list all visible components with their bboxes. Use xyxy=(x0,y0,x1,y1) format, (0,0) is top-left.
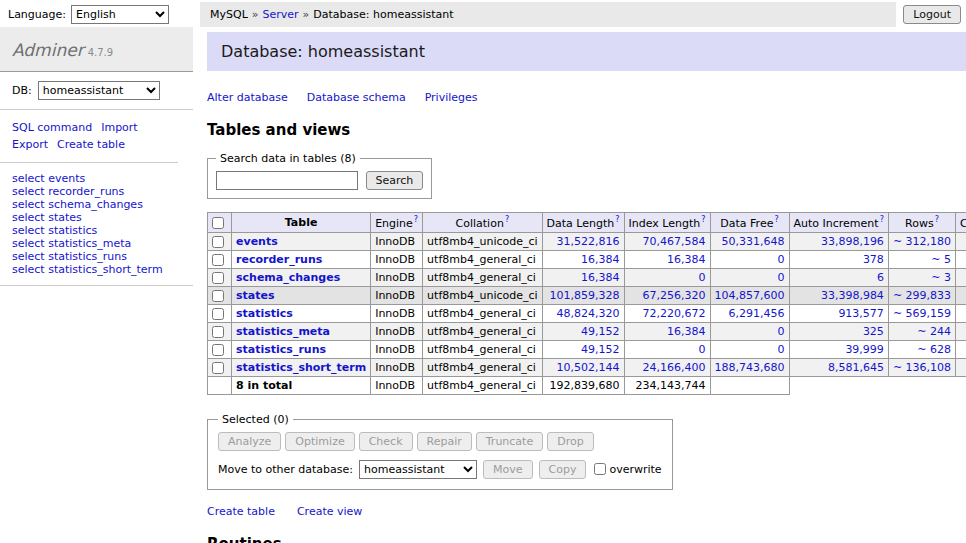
rows-link[interactable]: ~ 569,159 xyxy=(893,307,951,320)
check-button[interactable]: Check xyxy=(359,432,413,451)
row-checkbox[interactable] xyxy=(212,236,224,248)
sidebar-link-import[interactable]: Import xyxy=(101,119,138,136)
auto-increment-link[interactable]: 33,398,984 xyxy=(821,289,884,302)
data-length-link[interactable]: 48,824,320 xyxy=(557,307,620,320)
nav-link-alter-database[interactable]: Alter database xyxy=(207,91,288,104)
column-help-link[interactable]: ? xyxy=(414,215,418,224)
rows-link[interactable]: ~ 312,180 xyxy=(893,235,951,248)
index-length-cell: 67,256,320 xyxy=(624,286,710,304)
column-help-link[interactable]: ? xyxy=(701,215,705,224)
rows-link[interactable]: ~ 628 xyxy=(917,343,951,356)
column-header-table: Table xyxy=(232,213,371,233)
sidebar-select-states[interactable]: select states xyxy=(12,211,181,224)
auto-increment-link[interactable]: 913,577 xyxy=(838,307,884,320)
sidebar-select-statistics-meta[interactable]: select statistics_meta xyxy=(12,237,181,250)
row-checkbox[interactable] xyxy=(212,362,224,374)
data-length-link[interactable]: 16,384 xyxy=(581,271,620,284)
row-checkbox[interactable] xyxy=(212,344,224,356)
footer-link-create-table[interactable]: Create table xyxy=(207,505,275,518)
drop-button[interactable]: Drop xyxy=(547,432,593,451)
data-length-link[interactable]: 31,522,816 xyxy=(557,235,620,248)
index-length-link[interactable]: 0 xyxy=(699,343,706,356)
sidebar-select-statistics-short-term[interactable]: select statistics_short_term xyxy=(12,263,181,276)
column-help-link[interactable]: ? xyxy=(615,215,619,224)
truncate-button[interactable]: Truncate xyxy=(476,432,543,451)
sidebar-link-create-table[interactable]: Create table xyxy=(57,136,125,153)
table-name-link[interactable]: statistics_short_term xyxy=(236,361,366,374)
data-length-link[interactable]: 49,152 xyxy=(581,343,620,356)
sidebar-link-export[interactable]: Export xyxy=(12,136,48,153)
row-checkbox[interactable] xyxy=(212,326,224,338)
row-checkbox[interactable] xyxy=(212,290,224,302)
index-length-link[interactable]: 16,384 xyxy=(667,253,706,266)
auto-increment-link[interactable]: 8,581,645 xyxy=(828,361,884,374)
repair-button[interactable]: Repair xyxy=(417,432,472,451)
auto-increment-link[interactable]: 6 xyxy=(877,271,884,284)
row-checkbox[interactable] xyxy=(212,272,224,284)
sidebar-select-statistics[interactable]: select statistics xyxy=(12,224,181,237)
rows-link[interactable]: ~ 244 xyxy=(917,325,951,338)
select-all-checkbox[interactable] xyxy=(212,217,224,229)
search-button[interactable]: Search xyxy=(366,171,424,190)
auto-increment-link[interactable]: 39,999 xyxy=(845,343,884,356)
analyze-button[interactable]: Analyze xyxy=(218,432,281,451)
column-help-link[interactable]: ? xyxy=(880,215,884,224)
language-select[interactable]: English xyxy=(71,5,169,24)
logout-button[interactable]: Logout xyxy=(903,5,961,24)
move-db-select[interactable]: homeassistant xyxy=(359,460,477,479)
data-length-link[interactable]: 16,384 xyxy=(581,253,620,266)
data-length-link[interactable]: 101,859,328 xyxy=(550,289,620,302)
data-free-link[interactable]: 50,331,648 xyxy=(722,235,785,248)
data-length-link[interactable]: 10,502,144 xyxy=(557,361,620,374)
db-select[interactable]: homeassistant xyxy=(38,81,160,100)
copy-button[interactable]: Copy xyxy=(539,460,587,479)
move-button[interactable]: Move xyxy=(483,460,533,479)
index-length-link[interactable]: 67,256,320 xyxy=(643,289,706,302)
rows-link[interactable]: ~ 299,833 xyxy=(893,289,951,302)
data-free-link[interactable]: 0 xyxy=(778,343,785,356)
data-free-link[interactable]: 6,291,456 xyxy=(729,307,785,320)
row-checkbox[interactable] xyxy=(212,308,224,320)
overwrite-checkbox[interactable] xyxy=(594,463,606,475)
table-name-link[interactable]: statistics xyxy=(236,307,293,320)
index-length-link[interactable]: 0 xyxy=(699,271,706,284)
table-name-link[interactable]: statistics_meta xyxy=(236,325,330,338)
search-input[interactable] xyxy=(216,171,358,190)
data-free-link[interactable]: 104,857,600 xyxy=(715,289,785,302)
nav-link-privileges[interactable]: Privileges xyxy=(425,91,478,104)
table-name-link[interactable]: states xyxy=(236,289,275,302)
rows-link[interactable]: ~ 3 xyxy=(931,271,951,284)
sidebar-select-statistics-runs[interactable]: select statistics_runs xyxy=(12,250,181,263)
rows-link[interactable]: ~ 136,108 xyxy=(893,361,951,374)
sidebar-select-recorder-runs[interactable]: select recorder_runs xyxy=(12,185,181,198)
sidebar-select-events[interactable]: select events xyxy=(12,172,181,185)
column-help-link[interactable]: ? xyxy=(935,215,939,224)
optimize-button[interactable]: Optimize xyxy=(285,432,354,451)
column-help-link[interactable]: ? xyxy=(505,215,509,224)
table-name-link[interactable]: statistics_runs xyxy=(236,343,326,356)
overwrite-option[interactable]: overwrite xyxy=(594,463,661,476)
sidebar-link-sql-command[interactable]: SQL command xyxy=(12,119,92,136)
footer-link-create-view[interactable]: Create view xyxy=(297,505,362,518)
index-length-link[interactable]: 16,384 xyxy=(667,325,706,338)
auto-increment-link[interactable]: 325 xyxy=(863,325,884,338)
row-checkbox[interactable] xyxy=(212,254,224,266)
breadcrumb-link-server[interactable]: Server xyxy=(263,8,299,21)
index-length-link[interactable]: 24,166,400 xyxy=(643,361,706,374)
data-free-link[interactable]: 0 xyxy=(778,325,785,338)
nav-link-database-schema[interactable]: Database schema xyxy=(307,91,406,104)
data-length-link[interactable]: 49,152 xyxy=(581,325,620,338)
data-free-link[interactable]: 188,743,680 xyxy=(715,361,785,374)
auto-increment-link[interactable]: 378 xyxy=(863,253,884,266)
table-name-link[interactable]: schema_changes xyxy=(236,271,340,284)
data-free-link[interactable]: 0 xyxy=(778,271,785,284)
sidebar-select-schema-changes[interactable]: select schema_changes xyxy=(12,198,181,211)
column-help-link[interactable]: ? xyxy=(774,215,778,224)
table-name-link[interactable]: recorder_runs xyxy=(236,253,322,266)
index-length-link[interactable]: 70,467,584 xyxy=(643,235,706,248)
auto-increment-link[interactable]: 33,898,196 xyxy=(821,235,884,248)
rows-link[interactable]: ~ 5 xyxy=(931,253,951,266)
index-length-link[interactable]: 72,220,672 xyxy=(643,307,706,320)
table-name-link[interactable]: events xyxy=(236,235,278,248)
data-free-link[interactable]: 0 xyxy=(778,253,785,266)
